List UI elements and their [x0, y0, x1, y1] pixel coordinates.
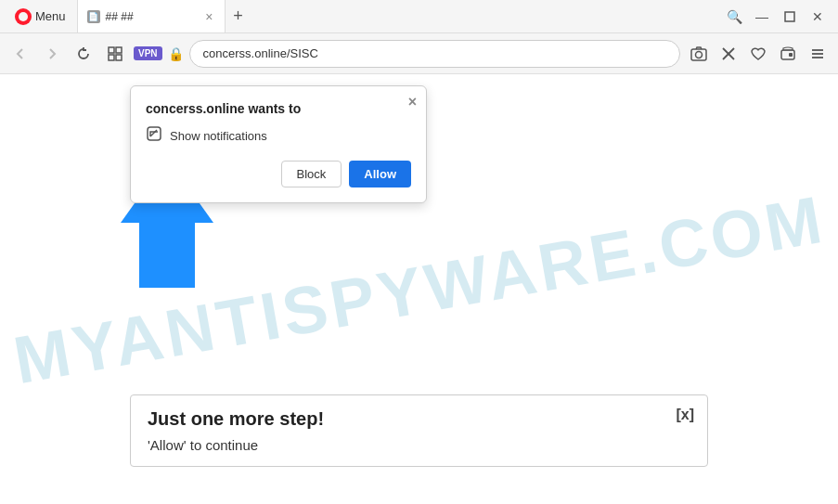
new-tab-button[interactable]: +: [226, 4, 251, 30]
active-tab[interactable]: 📄 ## ## ×: [77, 0, 226, 32]
lock-icon: 🔒: [168, 46, 184, 61]
opera-logo-icon: [15, 8, 32, 25]
info-box: [x] Just one more step! 'Allow' to conti…: [130, 394, 708, 467]
svg-rect-1: [109, 47, 114, 53]
notification-dialog: × concerss.online wants to Show notifica…: [130, 85, 427, 203]
tab-favicon-icon: 📄: [87, 10, 100, 23]
forward-button[interactable]: [39, 41, 65, 67]
vpn-badge[interactable]: VPN: [134, 46, 162, 60]
cross-icon[interactable]: [716, 41, 741, 67]
svg-rect-3: [109, 55, 114, 60]
svg-line-15: [150, 130, 157, 136]
svg-rect-10: [789, 53, 793, 57]
address-bar: VPN 🔒: [0, 33, 838, 74]
arrow-body: [139, 223, 195, 288]
grid-view-button[interactable]: [102, 41, 128, 67]
svg-rect-4: [116, 55, 122, 60]
tab-title: ## ##: [106, 10, 134, 23]
url-input[interactable]: [189, 40, 680, 68]
wallet-icon[interactable]: [775, 41, 801, 67]
info-box-subtitle: 'Allow' to continue: [148, 437, 690, 453]
minimize-button[interactable]: —: [749, 4, 775, 30]
reload-button[interactable]: [71, 41, 97, 67]
close-window-button[interactable]: ✕: [805, 4, 831, 30]
title-bar: Menu 📄 ## ## × + 🔍 — ✕: [0, 0, 838, 33]
dialog-buttons: Block Allow: [146, 161, 411, 187]
permission-text: Show notifications: [170, 129, 267, 143]
dialog-title: concerss.online wants to: [146, 101, 411, 116]
toolbar-icons: [686, 41, 831, 67]
back-button[interactable]: [7, 41, 33, 67]
menu-label: Menu: [35, 9, 66, 23]
svg-rect-0: [785, 12, 794, 21]
page-content: MYANTISPYWARE.COM × concerss.online want…: [0, 74, 838, 504]
allow-button[interactable]: Allow: [349, 161, 411, 187]
block-button[interactable]: Block: [281, 161, 342, 187]
camera-icon[interactable]: [686, 41, 712, 67]
dialog-close-button[interactable]: ×: [408, 94, 417, 110]
close-tab-button[interactable]: ×: [203, 7, 214, 26]
svg-rect-2: [116, 47, 122, 53]
notification-permission-icon: [146, 125, 162, 146]
info-box-title: Just one more step!: [148, 408, 690, 430]
hamburger-icon[interactable]: [805, 41, 831, 67]
info-close-button[interactable]: [x]: [676, 407, 694, 423]
tab-bar: 📄 ## ## × +: [77, 0, 717, 32]
dialog-permission-row: Show notifications: [146, 125, 411, 146]
svg-point-6: [696, 51, 703, 58]
heart-icon[interactable]: [745, 41, 771, 67]
window-controls: 🔍 — ✕: [721, 4, 831, 30]
opera-menu-button[interactable]: Menu: [7, 5, 73, 29]
restore-button[interactable]: [777, 4, 803, 30]
search-button[interactable]: 🔍: [721, 4, 747, 30]
